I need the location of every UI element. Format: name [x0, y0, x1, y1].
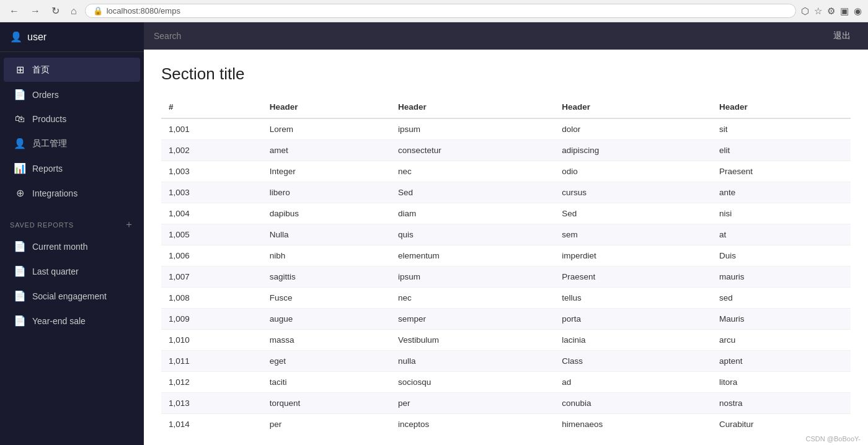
sidebar: 👤 user ⊞首页📄Orders🛍Products👤员工管理📊Reports⊕… — [0, 22, 144, 445]
table-cell: dolor — [554, 118, 712, 140]
saved-reports-nav: 📄Current month📄Last quarter📄Social engag… — [0, 234, 144, 333]
table-cell: porta — [554, 309, 712, 330]
table-cell: 1,001 — [161, 118, 262, 140]
sidebar-item-label: 员工管理 — [32, 138, 67, 149]
extensions-icon[interactable]: ⚙ — [827, 6, 835, 17]
table-cell: nibh — [262, 245, 391, 267]
user-label: user — [27, 32, 46, 43]
table-cell: Integer — [262, 161, 391, 182]
refresh-button[interactable]: ↻ — [48, 4, 63, 18]
table-cell: eget — [262, 351, 391, 372]
sidebar-item-social-engagement[interactable]: 📄Social engagement — [4, 284, 140, 308]
sidebar-item-label: Last quarter — [32, 267, 79, 276]
table-cell: cursus — [554, 182, 712, 203]
employee-icon: 👤 — [14, 138, 26, 149]
sidebar-item-label: 首页 — [32, 64, 50, 76]
table-cell: conubia — [554, 393, 712, 414]
table-col-header: Header — [262, 96, 391, 118]
forward-button[interactable]: → — [27, 4, 43, 18]
table-row: 1,003liberoSedcursusante — [161, 182, 851, 203]
home-icon: ⊞ — [14, 64, 26, 76]
table-cell: Nulla — [262, 224, 391, 245]
current-month-icon: 📄 — [14, 240, 26, 252]
table-col-header: Header — [391, 96, 554, 118]
table-cell: sociosqu — [391, 372, 554, 393]
table-cell: nostra — [712, 393, 851, 414]
table-col-header: Header — [554, 96, 712, 118]
table-cell: 1,005 — [161, 224, 262, 245]
sidebar-user: 👤 user — [0, 22, 144, 52]
sidebar-item-last-quarter[interactable]: 📄Last quarter — [4, 259, 140, 283]
table-cell: 1,003 — [161, 182, 262, 203]
table-cell: litora — [712, 372, 851, 393]
sidebar-item-integrations[interactable]: ⊕Integrations — [4, 181, 140, 205]
table-cell: Class — [554, 351, 712, 372]
table-row: 1,012tacitisociosquadlitora — [161, 372, 851, 393]
sidebar-item-label: Reports — [32, 164, 63, 174]
star-icon[interactable]: ☆ — [814, 6, 822, 17]
reports-icon: 📊 — [14, 162, 26, 174]
table-col-header: # — [161, 96, 262, 118]
table-cell: taciti — [262, 372, 391, 393]
table-cell: 1,013 — [161, 393, 262, 414]
add-saved-report-button[interactable]: ＋ — [124, 218, 134, 231]
table-cell: 1,008 — [161, 288, 262, 309]
table-row: 1,004dapibusdiamSednisi — [161, 203, 851, 224]
table-cell: 1,006 — [161, 245, 262, 267]
main-area: 退出 Section title #HeaderHeaderHeaderHead… — [144, 22, 868, 445]
sidebar-item-year-end-sale[interactable]: 📄Year-end sale — [4, 309, 140, 333]
profile-icon[interactable]: ◉ — [854, 6, 862, 17]
header-bar: 退出 — [144, 22, 868, 50]
table-row: 1,001Loremipsumdolorsit — [161, 118, 851, 140]
table-row: 1,011egetnullaClassaptent — [161, 351, 851, 372]
url-bar[interactable]: 🔒 localhost:8080/emps — [85, 4, 796, 18]
footer-note: CSDN @BoBooY- — [144, 433, 868, 445]
table-header-row: #HeaderHeaderHeaderHeader — [161, 96, 851, 118]
lock-icon: 🔒 — [93, 6, 103, 15]
home-button[interactable]: ⌂ — [68, 4, 80, 18]
integrations-icon: ⊕ — [14, 187, 26, 199]
sidebar-item-orders[interactable]: 📄Orders — [4, 82, 140, 107]
social-engagement-icon: 📄 — [14, 290, 26, 302]
table-cell: per — [391, 393, 554, 414]
search-input[interactable] — [154, 31, 826, 41]
window-icon[interactable]: ▣ — [840, 6, 849, 17]
table-cell: 1,014 — [161, 414, 262, 433]
sidebar-item-reports[interactable]: 📊Reports — [4, 156, 140, 180]
table-cell: consectetur — [391, 140, 554, 161]
table-cell: dapibus — [262, 203, 391, 224]
table-cell: arcu — [712, 330, 851, 351]
table-cell: Sed — [554, 203, 712, 224]
table-cell: elementum — [391, 245, 554, 267]
table-cell: Fusce — [262, 288, 391, 309]
table-cell: 1,004 — [161, 203, 262, 224]
app-layout: 👤 user ⊞首页📄Orders🛍Products👤员工管理📊Reports⊕… — [0, 22, 868, 445]
table-cell: 1,012 — [161, 372, 262, 393]
table-cell: amet — [262, 140, 391, 161]
logout-button[interactable]: 退出 — [826, 27, 858, 45]
table-cell: nec — [391, 161, 554, 182]
table-header: #HeaderHeaderHeaderHeader — [161, 96, 851, 118]
table-cell: massa — [262, 330, 391, 351]
section-title: Section title — [161, 64, 851, 84]
table-cell: sagittis — [262, 267, 391, 288]
sidebar-item-home[interactable]: ⊞首页 — [4, 58, 140, 82]
table-cell: odio — [554, 161, 712, 182]
share-icon[interactable]: ⬡ — [801, 6, 809, 17]
data-table: #HeaderHeaderHeaderHeader 1,001Loremipsu… — [161, 96, 851, 433]
table-cell: nisi — [712, 203, 851, 224]
user-icon: 👤 — [10, 31, 22, 43]
sidebar-item-current-month[interactable]: 📄Current month — [4, 234, 140, 258]
table-cell: torquent — [262, 393, 391, 414]
table-cell: libero — [262, 182, 391, 203]
back-button[interactable]: ← — [6, 4, 22, 18]
table-row: 1,003IntegernecodioPraesent — [161, 161, 851, 182]
sidebar-item-employee[interactable]: 👤员工管理 — [4, 131, 140, 156]
saved-reports-label: SAVED REPORTS — [10, 221, 74, 229]
table-cell: himenaeos — [554, 414, 712, 433]
browser-icons: ⬡ ☆ ⚙ ▣ ◉ — [801, 6, 862, 17]
table-row: 1,008Fuscenectellussed — [161, 288, 851, 309]
sidebar-item-products[interactable]: 🛍Products — [4, 107, 140, 131]
table-cell: 1,003 — [161, 161, 262, 182]
sidebar-item-label: Social engagement — [32, 291, 107, 301]
